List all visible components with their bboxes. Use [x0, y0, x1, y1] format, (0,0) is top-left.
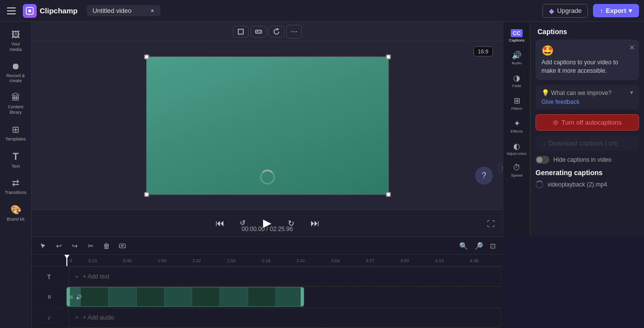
hide-captions-toggle-row: Hide captions in video [536, 156, 639, 164]
right-icon-label-filters: Filters [511, 106, 522, 111]
audio-track-content[interactable]: ＋ + Add audio [68, 308, 501, 328]
export-button[interactable]: ↑ Export ▾ [593, 4, 639, 17]
add-audio-button[interactable]: ＋ + Add audio [69, 308, 500, 327]
right-icon-speed[interactable]: ⏱ Speed [504, 160, 529, 181]
ruler-mark-436: 4:36 [457, 258, 491, 263]
timeline-toolbar: ↩ ↪ ✂ 🗑 🔍 🔎 ⊡ [32, 237, 503, 255]
main-area: 🖼 Your media ⏺ Record & create 🏛 Content… [0, 22, 644, 328]
brand-kit-icon: 🎨 [10, 204, 21, 215]
video-clip[interactable]: ⏸ 🔊 [66, 287, 304, 307]
video-track-icon: ⏸ [47, 294, 52, 300]
video-title-tab[interactable]: ★ [87, 5, 161, 16]
caption-tool-button[interactable] [251, 26, 267, 38]
resize-handle-tr[interactable] [386, 54, 391, 59]
clip-handle-right[interactable] [301, 287, 304, 306]
timeline-tracks: T ＋ + Add text ⏸ [32, 267, 503, 328]
select-tool-button[interactable] [37, 239, 50, 252]
hide-captions-toggle[interactable] [536, 156, 549, 164]
collapse-arrow[interactable]: › [497, 162, 503, 174]
add-text-button[interactable]: ＋ + Add text [69, 267, 500, 286]
skip-back-button[interactable]: ⏮ [212, 215, 228, 231]
caption-promo-close-button[interactable]: ✕ [629, 44, 635, 51]
sidebar-item-record-create[interactable]: ⏺ Record & create [2, 57, 30, 88]
sidebar-item-brand-kit[interactable]: 🎨 Brand kit [2, 200, 30, 226]
redo-button[interactable]: ↪ [68, 239, 81, 252]
svg-point-1 [28, 9, 31, 12]
sidebar-item-label-your-media: Your media [5, 42, 27, 52]
generating-section: Generating captions videoplayback (2).mp… [536, 169, 639, 188]
preview-toolbar: ··· [32, 22, 503, 42]
bulb-icon: 💡 [541, 89, 549, 96]
sidebar-item-templates[interactable]: ⊞ Templates [2, 120, 30, 146]
text-track-content[interactable]: ＋ + Add text [68, 267, 501, 286]
zoom-in-button[interactable]: 🔎 [473, 240, 485, 252]
right-icon-audio[interactable]: 🔊 Audio [504, 47, 529, 69]
resize-handle-br[interactable] [386, 192, 391, 197]
record-create-icon: ⏺ [11, 61, 20, 72]
adjust-colors-icon: ◐ [513, 141, 520, 151]
ruler-mark-304: 3:04 [318, 258, 353, 263]
undo-button[interactable]: ↩ [53, 239, 65, 252]
give-feedback-link[interactable]: Give feedback [541, 98, 633, 105]
feedback-row[interactable]: 💡 What can we improve? ▾ [541, 89, 633, 96]
add-audio-label: + Add audio [83, 314, 114, 321]
playhead[interactable] [66, 255, 67, 266]
right-icon-fade[interactable]: ◑ Fade [504, 70, 529, 92]
sidebar-item-label-record-create: Record & create [5, 73, 27, 84]
skip-forward-button[interactable]: ⏭ [307, 215, 323, 231]
zoom-controls: 🔍 🔎 ⊡ [457, 240, 498, 252]
total-time: 02:25.96 [270, 226, 293, 233]
crop-tool-button[interactable] [233, 26, 249, 38]
right-section: CC Captions 🔊 Audio ◑ Fade ⊞ Filters ✦ [503, 22, 644, 236]
sidebar-item-your-media[interactable]: 🖼 Your media [2, 26, 30, 56]
time-separator: / [267, 226, 270, 233]
generating-spinner [536, 181, 543, 188]
resize-handle-bl[interactable] [144, 192, 149, 197]
ruler-mark-413: 4:13 [422, 258, 457, 263]
resize-handle-tl[interactable] [144, 54, 149, 59]
right-icon-effects[interactable]: ✦ Effects [504, 115, 529, 137]
templates-icon: ⊞ [12, 124, 19, 135]
ruler-marks: 0 0:23 0:46 1:09 1:32 1:55 2:18 2:41 3:0… [66, 258, 503, 263]
ruler-mark-327: 3:27 [353, 258, 387, 263]
download-captions-button[interactable]: ↓ Download captions (.srt) [536, 136, 639, 151]
upgrade-button[interactable]: ◆ Upgrade [542, 4, 588, 18]
detach-audio-button[interactable] [116, 239, 129, 252]
left-sidebar: 🖼 Your media ⏺ Record & create 🏛 Content… [0, 22, 32, 328]
text-icon: T [12, 151, 18, 162]
sidebar-item-transitions[interactable]: ⇄ Transitions [2, 174, 30, 199]
export-icon: ↑ [600, 7, 603, 14]
expand-button[interactable]: ⛶ [487, 220, 495, 229]
fit-to-window-button[interactable]: ⊡ [488, 240, 498, 252]
content-library-icon: 🏛 [11, 93, 20, 103]
audio-track-label: ♪ [32, 314, 66, 321]
playback-controls: ⏮ ↺ ▶ ↻ ⏭ 00:00.00 / 02:25.96 ⛶ [32, 209, 503, 236]
fade-icon: ◑ [513, 73, 520, 83]
cut-button[interactable]: ✂ [84, 239, 97, 252]
audio-icon: 🔊 [512, 50, 522, 60]
menu-button[interactable] [5, 4, 19, 18]
ruler-mark-350: 3:50 [387, 258, 422, 263]
timeline-ruler: 0 0:23 0:46 1:09 1:32 1:55 2:18 2:41 3:0… [32, 255, 503, 267]
center-area: ··· 16:9 ? › ⏮ ↺ [32, 22, 503, 328]
more-tools-button[interactable]: ··· [286, 25, 302, 39]
right-icon-filters[interactable]: ⊞ Filters [504, 93, 529, 114]
right-icon-label-effects: Effects [511, 129, 523, 134]
delete-button[interactable]: 🗑 [100, 239, 113, 252]
right-icon-label-speed: Speed [511, 173, 522, 178]
sidebar-item-text[interactable]: T Text [2, 147, 30, 173]
help-button[interactable]: ? [475, 167, 493, 185]
clip-pause-icon: ⏸ [69, 294, 74, 300]
right-icon-adjust-colors[interactable]: ◐ Adjust colors [504, 138, 529, 159]
turn-off-autocaptions-button[interactable]: ⊘ Turn off autocaptions [536, 114, 639, 131]
sidebar-item-content-library[interactable]: 🏛 Content library [2, 89, 30, 119]
sidebar-item-label-transitions: Transitions [5, 190, 27, 195]
clipchamp-logo[interactable]: Clipchamp [23, 4, 78, 18]
captions-icon: CC [511, 29, 523, 37]
right-icon-captions[interactable]: CC Captions [504, 26, 529, 46]
text-track-label: T [32, 273, 66, 281]
zoom-out-button[interactable]: 🔍 [457, 240, 470, 252]
video-title-input[interactable] [93, 7, 147, 14]
rotate-tool-button[interactable] [268, 26, 284, 38]
right-icon-label-audio: Audio [512, 61, 522, 65]
